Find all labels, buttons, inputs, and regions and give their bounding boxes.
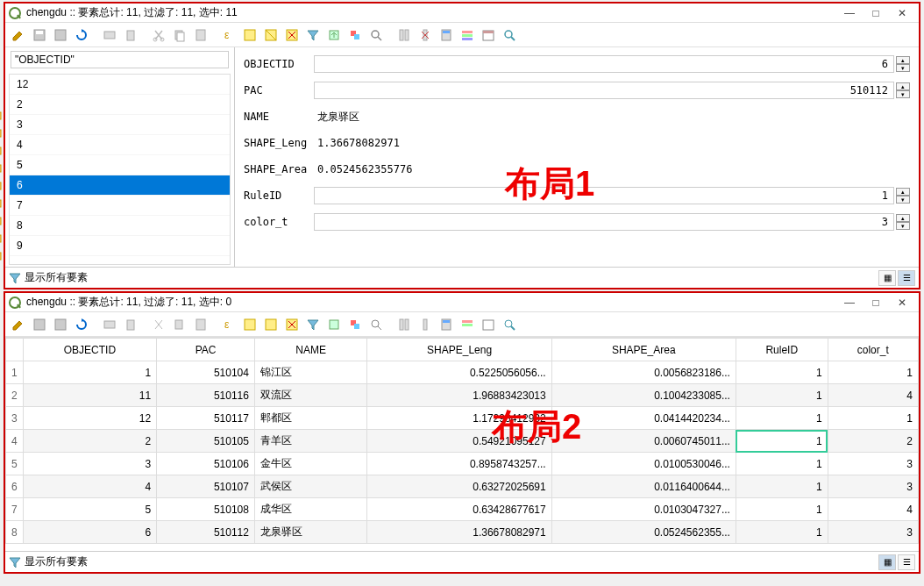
cell[interactable]: 0.63428677617: [367, 498, 551, 521]
cell[interactable]: 1: [736, 453, 828, 475]
select-all-icon[interactable]: [240, 25, 259, 45]
deselect-icon[interactable]: [282, 315, 302, 334]
cell[interactable]: 510107: [157, 475, 255, 498]
cell[interactable]: 510108: [157, 498, 255, 521]
cut-icon[interactable]: [149, 25, 168, 45]
cell[interactable]: 1: [736, 384, 828, 407]
cell[interactable]: 1.17293412932: [367, 407, 551, 430]
color-stepper[interactable]: ▴▾: [896, 214, 910, 230]
deselect-icon[interactable]: [282, 25, 302, 45]
cell[interactable]: 锦江区: [254, 361, 367, 384]
objectid-input[interactable]: [314, 55, 894, 73]
cell[interactable]: 1: [736, 430, 828, 453]
table-row[interactable]: 11510104锦江区0.5225056056...0.0056823186..…: [6, 361, 919, 384]
cell[interactable]: 0.0103047327...: [551, 498, 736, 521]
maximize-button[interactable]: □: [863, 295, 889, 311]
movetop-icon[interactable]: [324, 315, 344, 334]
cell[interactable]: 3: [23, 453, 156, 475]
cell[interactable]: 成华区: [254, 498, 367, 521]
expr-tab-icon[interactable]: ε: [0, 91, 2, 104]
cell[interactable]: 1.36678082971: [367, 521, 551, 544]
list-item[interactable]: 8: [10, 216, 230, 236]
copy-icon[interactable]: [170, 25, 189, 45]
bottom-label-1[interactable]: 显示所有要素: [25, 270, 877, 285]
newcol-icon[interactable]: [394, 315, 414, 334]
cell[interactable]: 1: [736, 407, 828, 430]
delete-icon[interactable]: [121, 315, 140, 334]
form-view-button[interactable]: ☰: [898, 270, 915, 286]
table-row[interactable]: 53510106金牛区0.8958743257...0.0100530046..…: [6, 453, 919, 475]
expression-icon[interactable]: ε: [219, 25, 238, 45]
delcol-icon[interactable]: [416, 315, 435, 334]
addrow-icon[interactable]: [100, 315, 119, 334]
cell[interactable]: 4: [23, 475, 156, 498]
maximize-button[interactable]: □: [863, 5, 889, 21]
save2-icon[interactable]: [51, 315, 70, 334]
column-header[interactable]: NAME: [254, 339, 367, 361]
edit-icon[interactable]: [9, 315, 28, 334]
cell[interactable]: 0.54921095127: [367, 430, 551, 453]
cell[interactable]: 1: [736, 361, 828, 384]
dock-icon[interactable]: [500, 315, 519, 334]
table-row[interactable]: 86510112龙泉驿区1.366780829710.0524562355...…: [6, 521, 919, 544]
calc-icon[interactable]: [437, 25, 456, 45]
date-icon[interactable]: [479, 25, 498, 45]
folder4-icon[interactable]: [0, 161, 2, 174]
invert-sel-icon[interactable]: [261, 315, 281, 334]
cell[interactable]: 0.0100530046...: [551, 453, 736, 475]
cell[interactable]: 0.0056823186...: [551, 361, 736, 384]
cell[interactable]: 金牛区: [254, 453, 367, 475]
objectid-stepper[interactable]: ▴▾: [896, 56, 910, 72]
list-item[interactable]: 9: [10, 236, 230, 256]
paste-icon[interactable]: [191, 25, 210, 45]
minimize-button[interactable]: ―: [836, 295, 863, 311]
filter-icon[interactable]: [303, 315, 323, 334]
field-expression-input[interactable]: [11, 51, 229, 68]
close-button[interactable]: ✕: [889, 5, 915, 21]
cell[interactable]: 1.96883423013: [367, 384, 551, 407]
cell[interactable]: 1: [23, 361, 156, 384]
list-item[interactable]: 12: [10, 75, 230, 95]
copy-icon[interactable]: [170, 315, 189, 334]
pac-input[interactable]: [314, 82, 894, 99]
column-header[interactable]: OBJECTID: [23, 339, 156, 361]
cell[interactable]: 510116: [157, 384, 255, 407]
cell[interactable]: 510104: [157, 361, 255, 384]
cell[interactable]: 2: [23, 430, 156, 453]
folder5-icon[interactable]: [0, 179, 2, 191]
cell[interactable]: 3: [828, 521, 918, 544]
table-row[interactable]: 312510117郫都区1.172934129320.0414420234...…: [6, 407, 919, 430]
pac-stepper[interactable]: ▴▾: [896, 82, 910, 98]
cell[interactable]: 0.0524562355...: [551, 521, 736, 544]
cell[interactable]: 5: [23, 498, 156, 521]
dock-icon[interactable]: [500, 25, 519, 45]
cut-icon[interactable]: [149, 315, 168, 334]
cell[interactable]: 0.63272025691: [367, 475, 551, 498]
addrow-icon[interactable]: [100, 25, 119, 45]
newcol-icon[interactable]: [394, 25, 414, 45]
cell[interactable]: 3: [828, 453, 918, 475]
expression-icon[interactable]: ε: [219, 315, 238, 334]
bottom-label-2[interactable]: 显示所有要素: [25, 554, 877, 569]
cell[interactable]: 0.0116400644...: [551, 475, 736, 498]
calc-icon[interactable]: [437, 315, 456, 334]
zoom-sel-icon[interactable]: [345, 25, 365, 45]
cell[interactable]: 双流区: [254, 384, 367, 407]
filter-icon[interactable]: [303, 25, 323, 45]
cell[interactable]: 4: [828, 498, 918, 521]
table-row[interactable]: 64510107武侯区0.632720256910.0116400644...1…: [6, 475, 919, 498]
cell[interactable]: 1: [736, 475, 828, 498]
column-header[interactable]: SHAPE_Area: [551, 339, 736, 361]
column-header[interactable]: RuleID: [736, 339, 828, 361]
table-wrap[interactable]: OBJECTIDPACNAMESHAPE_LengSHAPE_AreaRuleI…: [5, 337, 919, 551]
paste-icon[interactable]: [191, 315, 210, 334]
list-item[interactable]: 6: [10, 175, 230, 196]
delcol-icon[interactable]: [416, 25, 435, 45]
table-row[interactable]: 75510108成华区0.634286776170.0103047327...1…: [6, 498, 919, 521]
color-input[interactable]: [314, 213, 894, 231]
table-view-button[interactable]: ▦: [878, 270, 896, 286]
cell[interactable]: 武侯区: [254, 475, 367, 498]
cell[interactable]: 6: [23, 521, 156, 544]
cell[interactable]: 4: [828, 384, 918, 407]
column-header[interactable]: PAC: [157, 339, 255, 361]
